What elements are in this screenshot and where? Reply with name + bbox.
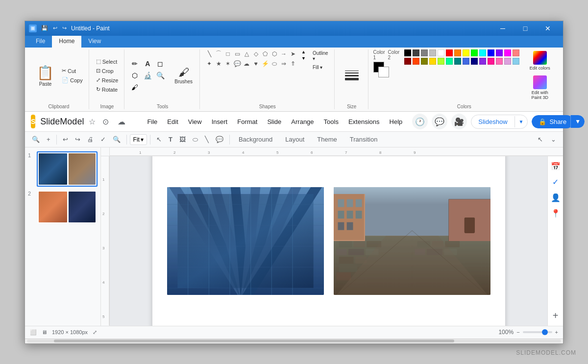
swatch-red[interactable] [446, 49, 453, 56]
shape-callout[interactable]: 💬 [233, 59, 242, 68]
zoom-slider[interactable] [523, 331, 552, 333]
layout-tab[interactable]: Layout [279, 133, 310, 146]
pencil-tool[interactable]: ✏ [129, 58, 140, 69]
shape-hexagon[interactable]: ⬡ [270, 49, 279, 58]
text-tool-tb[interactable]: T [166, 134, 175, 145]
outline-button[interactable]: Outline ▾ [311, 49, 330, 62]
paste-button[interactable]: 📋 Paste [33, 63, 58, 89]
shape-star6[interactable]: ✶ [223, 59, 232, 68]
swatch-lgray[interactable] [429, 49, 436, 56]
swatch-ext5[interactable] [438, 58, 444, 65]
color-active-swatch[interactable] [373, 62, 389, 77]
swatch-dgray[interactable] [413, 49, 419, 56]
comment-tool[interactable]: 💬 [213, 134, 226, 145]
shape-rect[interactable]: □ [223, 49, 232, 58]
tab-view[interactable]: View [81, 36, 108, 48]
menu-file[interactable]: File [142, 116, 162, 128]
swatch-ext7[interactable] [454, 58, 461, 65]
fill-tool[interactable]: ⬡ [129, 70, 140, 81]
swatch-gray[interactable] [421, 49, 428, 56]
menu-format[interactable]: Format [232, 116, 262, 128]
zoom-thumb[interactable] [542, 329, 548, 335]
close-button[interactable]: ✕ [537, 21, 559, 36]
swatch-ext10[interactable] [479, 58, 486, 65]
menu-tools[interactable]: Tools [319, 116, 343, 128]
brush-tool[interactable]: 🖌 [129, 82, 140, 93]
zoom-plus-button[interactable]: + [555, 329, 558, 335]
shape-cloud[interactable]: ☁ [242, 59, 251, 68]
copy-button[interactable]: 📄 Copy [60, 76, 85, 84]
share-dropdown[interactable]: ▼ [570, 115, 585, 128]
swatch-ext2[interactable] [413, 58, 419, 65]
zoom-in-button[interactable]: 🔍 [29, 134, 43, 145]
shape-pentagon[interactable]: ⬠ [261, 49, 270, 58]
swatch-yellow[interactable] [463, 49, 469, 56]
transition-tab[interactable]: Transition [344, 133, 384, 146]
size-selector[interactable] [340, 69, 364, 82]
select-button[interactable]: ⬚ Select [94, 57, 121, 66]
shapes-scroll-down[interactable]: ▼ [301, 56, 306, 61]
tab-home[interactable]: Home [52, 36, 81, 48]
zoom-button[interactable]: 🔍 [110, 134, 123, 145]
swatch-ext13[interactable] [504, 58, 511, 65]
menu-help[interactable]: Help [385, 116, 408, 128]
menu-view[interactable]: View [183, 116, 207, 128]
theme-tab[interactable]: Theme [311, 133, 343, 146]
shape-triangle[interactable]: △ [242, 49, 251, 58]
shape-curve[interactable]: ⌒ [214, 49, 223, 58]
menu-slide[interactable]: Slide [262, 116, 286, 128]
swatch-white[interactable] [438, 49, 444, 56]
undo-button[interactable]: ↩ [60, 134, 71, 145]
swatch-ext8[interactable] [463, 58, 469, 65]
add-icon[interactable]: + [550, 310, 562, 322]
eraser-tool[interactable]: ◻ [155, 58, 166, 69]
maximize-button[interactable]: □ [514, 21, 537, 36]
swatch-ext4[interactable] [429, 58, 436, 65]
colorpick-tool[interactable]: 🔬 [142, 70, 153, 81]
background-tab[interactable]: Background [233, 133, 278, 146]
scroll-thumb[interactable] [54, 340, 455, 342]
add-button[interactable]: + [44, 134, 53, 145]
edit-paint3d-button[interactable]: Edit with Paint 3D [524, 74, 555, 102]
swatch-violet[interactable] [504, 49, 511, 56]
scrollbar-horizontal[interactable] [25, 339, 563, 343]
slide-preview-1[interactable] [37, 151, 98, 187]
line-tool[interactable]: ╲ [202, 134, 212, 145]
slideshow-dropdown[interactable]: ▼ [514, 116, 528, 127]
shape-roundrect[interactable]: ▭ [233, 49, 242, 58]
cloud-icon[interactable]: ☁ [116, 115, 127, 128]
swatch-ext3[interactable] [421, 58, 428, 65]
fill-button[interactable]: Fill ▾ [311, 64, 330, 71]
cursor-tool[interactable]: ↖ [153, 134, 165, 145]
shape-tool-tb[interactable]: ⬭ [190, 134, 201, 146]
rotate-button[interactable]: ↻ Rotate [94, 85, 121, 94]
spellcheck-button[interactable]: ✓ [98, 134, 109, 145]
tab-file[interactable]: File [29, 36, 52, 48]
swatch-pink[interactable] [513, 49, 519, 56]
share-button[interactable]: 🔒 Share [532, 115, 573, 128]
shape-star4[interactable]: ✦ [205, 59, 214, 68]
menu-edit[interactable]: Edit [162, 116, 183, 128]
redo-quick[interactable]: ↪ [61, 24, 68, 32]
magnify-tool[interactable]: 🔍 [155, 70, 166, 81]
redo-button[interactable]: ↪ [72, 134, 83, 145]
shapes-scroll-up[interactable]: ▲ [301, 49, 306, 54]
swatch-ext12[interactable] [496, 58, 503, 65]
shape-up-arrow[interactable]: ⇑ [289, 59, 297, 68]
shape-heart[interactable]: ♥ [251, 59, 260, 68]
camera-button[interactable]: 🎥 [451, 114, 467, 129]
maps-icon[interactable]: 📍 [550, 207, 562, 219]
slideshow-button[interactable]: Slideshow [471, 115, 514, 128]
swatch-blue[interactable] [488, 49, 494, 56]
swatch-green[interactable] [471, 49, 478, 56]
history-button[interactable]: 🕐 [412, 114, 428, 129]
cut-button[interactable]: ✂ Cut [60, 67, 85, 75]
save-quick[interactable]: 💾 [40, 24, 49, 32]
shape-oval[interactable]: ⬭ [270, 59, 279, 68]
swatch-orange[interactable] [454, 49, 461, 56]
zoom-select[interactable]: Fit ▾ [130, 134, 147, 145]
text-tool[interactable]: A [142, 58, 153, 69]
star-button[interactable]: ☆ [89, 117, 96, 126]
swatch-indigo[interactable] [496, 49, 503, 56]
shape-chevron[interactable]: ➤ [289, 49, 297, 58]
